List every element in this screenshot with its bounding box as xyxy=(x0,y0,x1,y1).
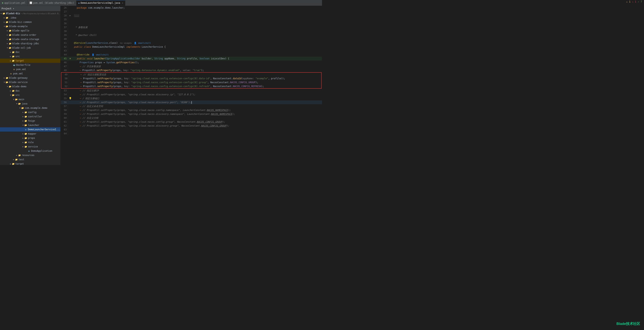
code-39: * @author Chill xyxy=(72,33,322,37)
code-51: – PropsUtil.setProperty(props, key: "spr… xyxy=(73,80,321,84)
arrow-blade-service xyxy=(3,81,6,83)
editor-content[interactable]: 26 package com.example.demo.launcher; 27… xyxy=(60,6,322,165)
label-service: service xyxy=(28,145,38,148)
sidebar-header: Project ▾ xyxy=(0,6,60,11)
change-icon-45: ⊙ xyxy=(70,57,71,60)
sidebar-item-mapper[interactable]: 📁 mapper xyxy=(0,132,60,136)
sidebar-item-config[interactable]: 📁 config xyxy=(0,110,60,114)
tab-pom-xml[interactable]: ⬜ pom.xml (blade-sharding-jdbc) xyxy=(28,0,76,6)
code-28: ... xyxy=(72,14,322,17)
code-53: – // 指定注册IP xyxy=(72,89,322,93)
tab-label-yaml: application.yml xyxy=(4,1,26,4)
label-mapper: mapper xyxy=(28,132,36,135)
fold-icon-28[interactable]: ▶ xyxy=(70,14,71,17)
sidebar-item-controller[interactable]: 📁 controller xyxy=(0,114,60,119)
folder-icon-blade-gateway: 📁 xyxy=(6,76,8,79)
sidebar-item-test[interactable]: 📁 test xyxy=(0,157,60,162)
arrow-demolauncher xyxy=(22,128,24,131)
folder-icon-idea: 📁 xyxy=(6,16,8,19)
code-62: – // PropsUtil.setProperty(props, "sprin… xyxy=(72,124,322,128)
code-line-36: 36 xyxy=(60,21,322,25)
folder-icon-resources: 📁 xyxy=(18,154,21,157)
sidebar-item-blade-gateway[interactable]: 📁 blade-gateway xyxy=(0,76,60,80)
sidebar-item-src-xxl[interactable]: 📁 src xyxy=(0,54,60,59)
tab-application-yml[interactable]: ● application.yml xyxy=(0,0,28,6)
line-number-35: 35 xyxy=(60,17,68,21)
arrow-java xyxy=(16,103,18,105)
code-54: – // PropsUtil.setProperty(props, "sprin… xyxy=(72,93,322,96)
label-blade-sharding-jdbc: blade-sharding-jdbc xyxy=(12,42,39,45)
arrow-blade-apollo xyxy=(6,29,8,32)
root-path: ~/Workspaces/product/BladeX-B... xyxy=(21,12,60,15)
gutter-39 xyxy=(68,33,72,37)
arrow-controller xyxy=(22,115,24,118)
label-test: test xyxy=(18,158,24,161)
sidebar-item-pom-xxl[interactable]: m pom.xml xyxy=(0,67,60,71)
gutter-41 xyxy=(68,41,72,45)
tab-demo-launcher[interactable]: ◉ DemoLauncherServiceImpl.java × xyxy=(76,0,126,6)
sidebar-item-resources[interactable]: 📁 resources xyxy=(0,153,60,157)
tab-label-java: DemoLauncherServiceImpl.java xyxy=(80,1,120,4)
sidebar-item-doc-demo[interactable]: 📁 doc xyxy=(0,89,60,93)
sidebar-item-launcher[interactable]: 📂 launcher xyxy=(0,123,60,127)
gutter-61 xyxy=(68,120,72,124)
editor-area: 26 package com.example.demo.launcher; 27… xyxy=(60,6,322,165)
line-number-56: 56 xyxy=(60,100,68,104)
folder-icon-com-example-demo: 📂 xyxy=(21,106,24,110)
tab-label-pom: pom.xml (blade-sharding-jdbc) xyxy=(33,1,74,4)
sidebar-item-blade-example[interactable]: 📂 blade-example xyxy=(0,24,60,28)
sidebar-item-props[interactable]: 📁 props xyxy=(0,136,60,140)
sidebar-item-main[interactable]: 📂 main xyxy=(0,97,60,102)
sidebar-item-DemoApplication[interactable]: ◉ DemoApplication xyxy=(0,149,60,153)
gutter-35 xyxy=(68,17,72,21)
label-doc-xxl: doc xyxy=(16,51,20,53)
app-container: ● application.yml ⬜ pom.xml (blade-shard… xyxy=(0,0,322,165)
gutter-47 xyxy=(68,64,72,68)
bulb-icon-55[interactable]: 💡 xyxy=(69,96,72,100)
arrow-config xyxy=(22,111,24,113)
close-icon[interactable]: × xyxy=(122,2,123,4)
arrow-blade-seata-order xyxy=(6,34,8,36)
sidebar-item-java[interactable]: 📂 java xyxy=(0,102,60,106)
code-line-58: 58 – // PropsUtil.setProperty(props, "sp… xyxy=(60,108,322,112)
xml-icon: ⬜ xyxy=(30,1,32,4)
line-number-44: 44 xyxy=(60,53,68,57)
sidebar-item-target-demo[interactable]: 📁 target xyxy=(0,162,60,165)
sidebar-item-service[interactable]: 📁 service xyxy=(0,145,60,149)
folder-icon-blade-xxl-job: 📂 xyxy=(8,46,12,49)
sidebar-item-blade-apollo[interactable]: 📁 blade-apollo xyxy=(0,28,60,33)
sidebar-item-dockerfile[interactable]: 🐳 Dockerfile xyxy=(0,63,60,67)
code-37: * 参数拓展 xyxy=(72,25,322,29)
code-27 xyxy=(72,10,322,14)
sidebar-item-feign[interactable]: 📁 feign xyxy=(0,119,60,123)
sidebar-item-blade-sharding-jdbc[interactable]: 📁 blade-sharding-jdbc xyxy=(0,41,60,46)
sidebar-item-src-demo[interactable]: 📂 src xyxy=(0,93,60,97)
sidebar-item-blade-seata-storage[interactable]: 📁 blade-seata-storage xyxy=(0,37,60,41)
code-52: – PropsUtil.setProperty(props, key: "spr… xyxy=(73,84,321,88)
sidebar-item-target-xxl[interactable]: 📁 target xyxy=(0,59,60,63)
sidebar-item-blade-service[interactable]: 📂 blade-service xyxy=(0,80,60,84)
label-blade-apollo: blade-apollo xyxy=(12,29,29,32)
code-line-27: 27 xyxy=(60,10,322,14)
sidebar-item-doc-xxl[interactable]: 📁 doc xyxy=(0,50,60,54)
sidebar-item-DemoLauncherServiceImpl[interactable]: ◉ DemoLauncherServiceI... xyxy=(0,127,60,132)
sidebar-item-com-example-demo[interactable]: 📂 com.example.demo xyxy=(0,106,60,110)
code-line-48: 48 – PropsUtil.setProperty(props, key: "… xyxy=(60,68,322,72)
sidebar-item-blade-xxl-job[interactable]: 📂 blade-xxl-job xyxy=(0,46,60,50)
sidebar-item-root[interactable]: 📁 BladeX-Biz ~/Workspaces/product/BladeX… xyxy=(0,11,60,16)
folder-icon-java: 📂 xyxy=(18,102,21,105)
code-55: – / 指定注册端口 xyxy=(72,96,322,100)
sidebar-item-blade-demo[interactable]: 📂 blade-demo xyxy=(0,84,60,89)
sidebar-item-rule[interactable]: 📁 rule xyxy=(0,140,60,145)
line-number-64: 64 xyxy=(60,132,68,136)
gutter-37 xyxy=(68,25,72,29)
gutter-38 xyxy=(68,29,72,33)
sidebar-item-biz-common[interactable]: 📁 blade-biz-common xyxy=(0,20,60,24)
sidebar-item-idea[interactable]: 📁 .idea xyxy=(0,16,60,20)
gutter-58 xyxy=(68,108,72,112)
sidebar-item-blade-seata-order[interactable]: 📁 blade-seata-order xyxy=(0,33,60,37)
sidebar-item-pom-root[interactable]: m pom.xml xyxy=(0,71,60,76)
label-blade-seata-order: blade-seata-order xyxy=(12,34,36,36)
line-number-37: 37 xyxy=(60,25,68,29)
sidebar: Project ▾ 📁 BladeX-Biz ~/Workspaces/prod… xyxy=(0,6,60,165)
